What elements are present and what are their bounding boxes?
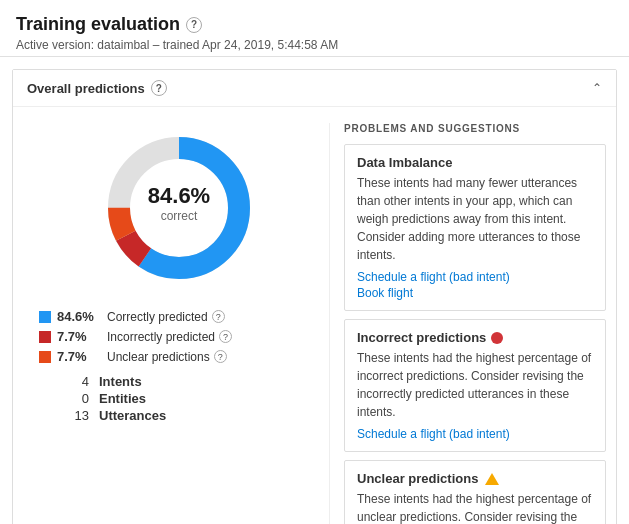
legend-label-correctly: Correctly predicted ? <box>107 310 225 324</box>
correctly-predicted-help[interactable]: ? <box>212 310 225 323</box>
incorrect-predictions-card: Incorrect predictions These intents had … <box>344 319 606 452</box>
section-help-icon[interactable]: ? <box>151 80 167 96</box>
unclear-predictions-help[interactable]: ? <box>214 350 227 363</box>
incorrect-predictions-title: Incorrect predictions <box>357 330 593 345</box>
donut-chart: 84.6% correct <box>29 123 329 293</box>
section-title-text: Overall predictions <box>27 81 145 96</box>
entities-count: 0 <box>59 391 89 406</box>
warning-badge-icon <box>485 473 499 485</box>
svg-text:84.6%: 84.6% <box>148 183 210 208</box>
entities-label: Entities <box>99 391 329 406</box>
page-title: Training evaluation <box>16 14 180 35</box>
legend-value-correctly: 84.6% <box>57 309 101 324</box>
counts-grid: 4 Intents 0 Entities 13 Utterances <box>59 374 329 423</box>
data-imbalance-card: Data Imbalance These intents had many fe… <box>344 144 606 311</box>
legend-label-incorrectly: Incorrectly predicted ? <box>107 330 232 344</box>
incorrect-predictions-body: These intents had the highest percentage… <box>357 349 593 421</box>
left-panel: 84.6% correct 84.6% Correctly predicted … <box>29 123 329 524</box>
collapse-icon[interactable]: ⌃ <box>592 81 602 95</box>
data-imbalance-link-1[interactable]: Schedule a flight (bad intent) <box>357 270 593 284</box>
legend-color-orange <box>39 351 51 363</box>
incorrectly-predicted-help[interactable]: ? <box>219 330 232 343</box>
legend: 84.6% Correctly predicted ? 7.7% Incorre… <box>39 309 329 423</box>
legend-color-blue <box>39 311 51 323</box>
title-help-icon[interactable]: ? <box>186 17 202 33</box>
section-header: Overall predictions ? ⌃ <box>13 70 616 107</box>
problems-title: PROBLEMS AND SUGGESTIONS <box>344 123 606 134</box>
data-imbalance-title: Data Imbalance <box>357 155 593 170</box>
page-header: Training evaluation ? Active version: da… <box>0 0 629 57</box>
svg-text:correct: correct <box>161 209 198 223</box>
utterances-count: 13 <box>59 408 89 423</box>
right-panel: PROBLEMS AND SUGGESTIONS Data Imbalance … <box>329 123 606 524</box>
incorrect-predictions-link-1[interactable]: Schedule a flight (bad intent) <box>357 427 593 441</box>
overall-predictions-panel: Overall predictions ? ⌃ <box>12 69 617 524</box>
intents-label: Intents <box>99 374 329 389</box>
intents-count: 4 <box>59 374 89 389</box>
error-badge-icon <box>491 332 503 344</box>
unclear-predictions-body: These intents had the highest percentage… <box>357 490 593 524</box>
data-imbalance-link-2[interactable]: Book flight <box>357 286 593 300</box>
legend-value-unclear: 7.7% <box>57 349 101 364</box>
page-subtitle: Active version: dataimbal – trained Apr … <box>16 38 613 52</box>
utterances-label: Utterances <box>99 408 329 423</box>
unclear-predictions-title: Unclear predictions <box>357 471 593 486</box>
legend-label-unclear: Unclear predictions ? <box>107 350 227 364</box>
legend-value-incorrectly: 7.7% <box>57 329 101 344</box>
legend-color-red <box>39 331 51 343</box>
unclear-predictions-card: Unclear predictions These intents had th… <box>344 460 606 524</box>
data-imbalance-body: These intents had many fewer utterances … <box>357 174 593 264</box>
